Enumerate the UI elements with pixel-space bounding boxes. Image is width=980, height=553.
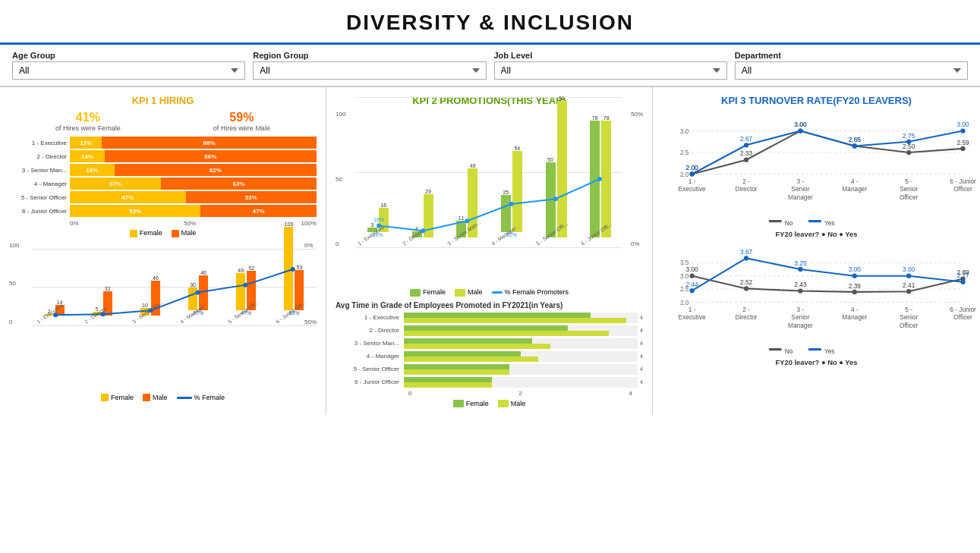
hiring-stats: 41% of Hires were Female 59% of Hires we… [9, 111, 317, 132]
avg-bar-wrap [404, 313, 638, 323]
hbar-label: 3 - Senior Man... [9, 167, 70, 174]
svg-text:Officer: Officer [900, 193, 919, 201]
filter-age-select[interactable]: All [12, 61, 245, 80]
svg-text:No: No [785, 347, 793, 355]
kpi1-panel: KPI 1 HIRING 41% of Hires were Female 59… [0, 87, 326, 415]
svg-text:3.00: 3.00 [903, 266, 915, 273]
kpi1-title: KPI 1 HIRING [9, 95, 317, 106]
svg-text:3.00: 3.00 [849, 266, 862, 273]
filter-age-label: Age Group [12, 51, 245, 60]
bbar-female [284, 227, 293, 310]
svg-text:2 -: 2 - [742, 178, 750, 185]
kpi3-panel: KPI 3 TURNOVER RATE(FY20 LEAVERS) 2.02.5… [653, 87, 980, 415]
svg-text:Senior: Senior [900, 185, 918, 193]
female-desc: of Hires were Female [55, 124, 121, 132]
bar-female: 18% [70, 164, 115, 176]
bar-female: 37% [70, 178, 161, 190]
svg-text:3.0: 3.0 [680, 127, 689, 135]
bbar-female [188, 287, 197, 310]
svg-text:No: No [785, 219, 793, 227]
svg-point-84 [744, 256, 748, 260]
svg-text:2.67: 2.67 [740, 135, 753, 143]
filter-joblevel-group: Job Level All [494, 51, 727, 80]
svg-point-70 [690, 273, 695, 278]
bar-female: 14% [70, 150, 105, 162]
bbar-legend: Female Male % Female [9, 394, 317, 402]
svg-point-90 [906, 273, 911, 278]
svg-text:Manager: Manager [788, 193, 813, 201]
avg-time-chart: 1 - Executive 4 2 - Director 4 3 - Senio… [336, 313, 643, 397]
svg-point-41 [960, 128, 965, 133]
svg-text:3.25: 3.25 [794, 259, 807, 266]
avg-label: 4 - Manager [336, 353, 404, 360]
avg-bar-male [404, 357, 538, 362]
avg-bar-wrap [404, 377, 638, 388]
svg-point-21 [744, 158, 748, 162]
horizontal-bar-chart: 1 - Executive 13% 88% 2 - Director 14% 8… [9, 137, 317, 217]
bar-female: 13% [70, 137, 102, 149]
avg-bar-row: 5 - Senior Officer 4 [336, 364, 643, 375]
svg-text:Senior: Senior [791, 313, 809, 321]
avg-label: 6 - Junior Officer [336, 379, 404, 385]
avg-bar-wrap [404, 364, 638, 375]
bar-male: 63% [161, 178, 317, 190]
kpi3-chart2: 2.02.53.03.53.002.522.432.392.412.892.44… [662, 239, 971, 361]
filter-region-label: Region Group [253, 51, 486, 60]
svg-rect-110 [808, 348, 821, 350]
svg-text:2.00: 2.00 [686, 164, 699, 171]
svg-text:2.75: 2.75 [903, 132, 915, 140]
svg-point-35 [798, 128, 802, 133]
svg-text:6 - Junior: 6 - Junior [950, 306, 976, 313]
svg-text:3.67: 3.67 [740, 248, 753, 256]
hbar-label: 5 - Senior Officer [9, 194, 70, 201]
filter-joblevel-select[interactable]: All [494, 61, 727, 80]
male-pct: 59% [213, 111, 270, 124]
avg-label: 3 - Senior Man... [336, 340, 404, 347]
promo-legend: Female Male % Female Promoters [336, 288, 643, 297]
bar-female: 47% [70, 191, 186, 203]
avg-bar-male [404, 331, 609, 336]
filter-dept-group: Department All [735, 51, 968, 80]
hbar-label: 2 - Director [9, 153, 70, 160]
avg-bar-row: 6 - Junior Officer 4 [336, 377, 643, 388]
avg-bar-wrap [404, 351, 638, 362]
svg-text:Yes: Yes [824, 347, 835, 355]
promo-chart: 0501000%50%31616%1 - Executive4292 - Dir… [336, 111, 643, 285]
filter-joblevel-label: Job Level [494, 51, 727, 60]
svg-text:3.00: 3.00 [956, 121, 969, 128]
svg-point-92 [960, 279, 965, 284]
svg-text:Executive: Executive [679, 185, 706, 193]
svg-text:2.59: 2.59 [956, 139, 969, 146]
svg-point-82 [690, 288, 695, 293]
avg-label: 5 - Senior Officer [336, 366, 404, 372]
svg-text:FY20 leaver?  ● No  ● Yes: FY20 leaver? ● No ● Yes [775, 230, 857, 238]
avg-bar-female [404, 313, 591, 318]
filter-region-select[interactable]: All [253, 61, 486, 80]
filter-dept-select[interactable]: All [735, 61, 968, 80]
avg-bar-female [404, 364, 509, 369]
svg-text:4 -: 4 - [851, 178, 859, 185]
bar-female: 53% [70, 205, 200, 217]
svg-point-72 [744, 286, 748, 291]
svg-text:Manager: Manager [842, 313, 867, 321]
svg-text:2.41: 2.41 [903, 281, 915, 289]
svg-rect-59 [808, 220, 821, 222]
svg-text:FY20 leaver?  ● No  ● Yes: FY20 leaver? ● No ● Yes [775, 357, 857, 366]
bar-male: 47% [200, 205, 317, 217]
bar-male: 86% [105, 150, 317, 162]
avg-label: 2 - Director [336, 327, 404, 334]
bbar-female [236, 273, 245, 310]
avg-bar-wrap [404, 325, 638, 336]
svg-text:Officer: Officer [953, 313, 972, 321]
svg-text:1 -: 1 - [689, 306, 696, 313]
svg-point-31 [690, 171, 695, 176]
svg-point-27 [906, 150, 911, 155]
svg-text:2.44: 2.44 [686, 280, 699, 287]
filter-age-group: Age Group All [12, 51, 245, 80]
hbar-label: 4 - Manager [9, 181, 70, 187]
svg-text:5 -: 5 - [905, 306, 912, 313]
bottom-bar-chart: 0501002141 - Executive5322 - Director104… [9, 242, 317, 371]
svg-text:3.00: 3.00 [794, 121, 807, 128]
avg-bar-row: 3 - Senior Man... 4 [336, 338, 643, 349]
svg-text:2 -: 2 - [742, 306, 750, 313]
